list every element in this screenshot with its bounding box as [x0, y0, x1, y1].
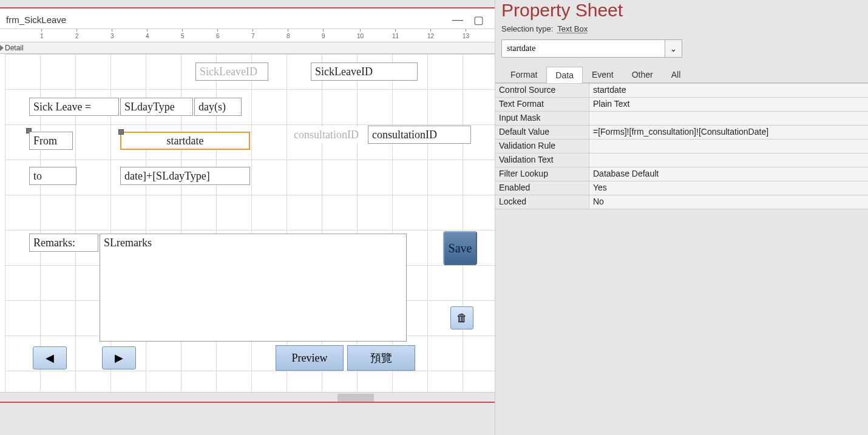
property-value[interactable]: startdate: [589, 84, 868, 97]
tab-event[interactable]: Event: [583, 66, 623, 83]
property-name: Validation Rule: [495, 140, 589, 153]
property-value[interactable]: No: [589, 195, 868, 209]
selection-handle[interactable]: [118, 129, 124, 135]
property-value[interactable]: Yes: [589, 181, 868, 195]
textbox-startdate[interactable]: startdate: [120, 132, 250, 150]
selection-type-row: Selection type: Text Box: [495, 24, 868, 39]
delete-button[interactable]: 🗑: [450, 306, 473, 329]
property-grid: Control SourcestartdateText FormatPlain …: [495, 83, 868, 209]
tab-data[interactable]: Data: [546, 67, 583, 83]
property-row[interactable]: Validation Text: [495, 153, 868, 167]
property-sheet-title: Property Sheet: [495, 0, 868, 24]
label-remarks[interactable]: Remarks:: [29, 234, 98, 252]
label-consultationid[interactable]: consultationID: [290, 127, 369, 143]
label-sickleave[interactable]: Sick Leave =: [29, 98, 119, 116]
property-name: Enabled: [495, 181, 589, 195]
textbox-remarks[interactable]: SLremarks: [100, 234, 407, 342]
property-value[interactable]: Database Default: [589, 167, 868, 181]
textbox-sickleaveid[interactable]: SickLeaveID: [311, 62, 418, 81]
preview-button[interactable]: Preview: [276, 345, 344, 371]
property-name: Control Source: [495, 84, 589, 97]
object-selector-dropdown[interactable]: ⌄: [665, 39, 682, 58]
save-button[interactable]: Save: [443, 231, 477, 265]
tab-all[interactable]: All: [662, 66, 690, 83]
property-row[interactable]: Text FormatPlain Text: [495, 98, 868, 112]
label-to[interactable]: to: [29, 167, 76, 185]
tab-other[interactable]: Other: [623, 66, 662, 83]
property-name: Filter Lookup: [495, 167, 589, 181]
textbox-sldaytype[interactable]: SLdayType: [120, 98, 193, 116]
property-row[interactable]: Validation Rule: [495, 140, 868, 153]
horizontal-ruler: 1234567891011121314: [0, 29, 495, 42]
property-value[interactable]: [589, 153, 868, 167]
next-record-button[interactable]: ▶: [102, 346, 136, 369]
property-row[interactable]: LockedNo: [495, 195, 868, 209]
prev-record-button[interactable]: ◀: [33, 346, 67, 369]
form-designer: frm_SickLeave — ▢ 1234567891011121314 De…: [0, 0, 495, 435]
property-row[interactable]: Default Value=[Forms]![frm_consultation]…: [495, 126, 868, 140]
section-header-detail[interactable]: Detail: [0, 42, 495, 54]
property-row[interactable]: EnabledYes: [495, 181, 868, 195]
preview-cn-button[interactable]: 預覽: [347, 345, 415, 371]
property-value[interactable]: =[Forms]![frm_consultation]![Consultatio…: [589, 126, 868, 139]
document-tab-bar: frm_SickLeave — ▢: [0, 8, 495, 29]
label-from[interactable]: From: [29, 132, 73, 150]
property-tabs: Format Data Event Other All: [495, 66, 868, 83]
tab-format[interactable]: Format: [501, 66, 546, 83]
label-sickleaveid[interactable]: SickLeaveID: [195, 62, 268, 81]
property-value[interactable]: [589, 140, 868, 153]
section-label: Detail: [5, 44, 24, 52]
textbox-consultationid[interactable]: consultationID: [368, 126, 471, 144]
chevron-down-icon: ⌄: [670, 44, 677, 53]
triangle-left-icon: ◀: [46, 351, 54, 365]
property-name: Text Format: [495, 98, 589, 111]
label-days[interactable]: day(s): [194, 98, 242, 116]
selection-type-value: Text Box: [557, 24, 588, 33]
property-row[interactable]: Control Sourcestartdate: [495, 84, 868, 98]
minimize-icon[interactable]: —: [447, 13, 468, 27]
property-value[interactable]: [589, 112, 868, 125]
property-row[interactable]: Input Mask: [495, 112, 868, 126]
design-canvas[interactable]: SickLeaveID SickLeaveID Sick Leave = SLd…: [5, 54, 495, 403]
property-value[interactable]: Plain Text: [589, 98, 868, 111]
scroll-thumb[interactable]: [337, 394, 374, 402]
textbox-todate[interactable]: date]+[SLdayType]: [120, 167, 250, 185]
property-row[interactable]: Filter LookupDatabase Default: [495, 167, 868, 181]
property-name: Locked: [495, 195, 589, 209]
property-sheet: Property Sheet Selection type: Text Box …: [495, 0, 868, 435]
property-name: Input Mask: [495, 112, 589, 125]
trash-icon: 🗑: [456, 312, 467, 325]
triangle-right-icon: ▶: [115, 351, 123, 365]
restore-icon[interactable]: ▢: [468, 13, 489, 27]
property-name: Default Value: [495, 126, 589, 139]
property-name: Validation Text: [495, 153, 589, 167]
object-selector-input[interactable]: [501, 39, 665, 58]
form-tab-title[interactable]: frm_SickLeave: [6, 15, 447, 25]
selection-type-label: Selection type:: [501, 24, 553, 33]
